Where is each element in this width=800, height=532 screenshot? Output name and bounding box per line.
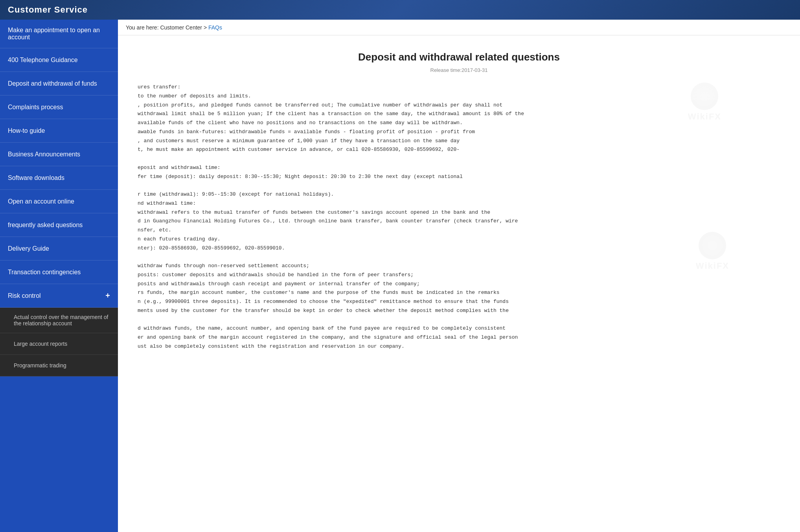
content-title: Deposit and withdrawal related questions	[138, 51, 780, 63]
sidebar-item-label-transaction: Transaction contingencies	[8, 269, 81, 276]
content-date: Release time:2017-03-31	[138, 67, 780, 73]
content-line: t, he must make an appointment with cust…	[138, 145, 780, 154]
content-line: rs funds, the margin account number, the…	[138, 288, 780, 297]
content-line	[138, 181, 780, 190]
content-line: n (e.g., 99900001 three deposits). It is…	[138, 297, 780, 306]
sidebar-subitem-label-programmatic: Programmatic trading	[14, 362, 66, 369]
sidebar-item-label-faqs: frequently asked questions	[8, 222, 83, 229]
sidebar-item-telephone[interactable]: 400 Telephone Guidance	[0, 48, 118, 72]
content-line: nsfer, etc.	[138, 226, 780, 235]
content-line: nd withdrawal time:	[138, 199, 780, 208]
sidebar-item-complaints[interactable]: Complaints process	[0, 95, 118, 119]
sidebar-subitem-label-actual-control: Actual control over the management of th…	[14, 314, 110, 327]
content-line: ust also be completely consistent with t…	[138, 342, 780, 351]
content-line: , position profits, and pledged funds ca…	[138, 101, 780, 110]
content-line: nter): 020-85586930, 020-85599692, 020-8…	[138, 244, 780, 253]
content-line: eposit and withdrawal time:	[138, 163, 780, 172]
header-title: Customer Service	[8, 5, 88, 15]
sidebar-item-faqs[interactable]: frequently asked questions	[0, 213, 118, 237]
breadcrumb-bar: You are here: Customer Center > FAQs	[118, 20, 800, 35]
sidebar-item-label-business: Business Announcements	[8, 151, 80, 158]
sidebar-item-appointment[interactable]: Make an appointment to open an account	[0, 20, 118, 48]
sidebar-item-howto[interactable]: How-to guide	[0, 119, 118, 143]
sidebar-item-label-howto: How-to guide	[8, 127, 45, 134]
content-line: er and opening bank of the margin accoun…	[138, 333, 780, 342]
content-line: available funds of the client who have n…	[138, 119, 780, 128]
content-line: fer time (deposit): daily deposit: 8:30-…	[138, 172, 780, 182]
sidebar-item-software[interactable]: Software downloads	[0, 166, 118, 190]
sidebar-item-label-software: Software downloads	[8, 174, 64, 182]
content-line: d in Guangzhou Financial Holding Futures…	[138, 217, 780, 226]
content-line: withdraw funds through non-reserved sett…	[138, 262, 780, 271]
content-line: r time (withdrawal): 9:05--15:30 (except…	[138, 190, 780, 199]
content-line: d withdraws funds, the name, account num…	[138, 324, 780, 333]
content-body: ures transfer:to the number of deposits …	[138, 83, 780, 351]
sidebar-item-label-openaccount: Open an account online	[8, 198, 74, 205]
content-line: ures transfer:	[138, 83, 780, 92]
sidebar-item-riskcontrol[interactable]: Risk control+	[0, 284, 118, 308]
sidebar-item-deposit[interactable]: Deposit and withdrawal of funds	[0, 72, 118, 95]
sidebar-item-expand-icon-riskcontrol[interactable]: +	[105, 291, 110, 300]
content-line: n each futures trading day.	[138, 235, 780, 244]
sidebar-subitem-programmatic[interactable]: Programmatic trading	[0, 355, 118, 376]
sidebar-item-transaction[interactable]: Transaction contingencies	[0, 260, 118, 284]
sidebar-item-business[interactable]: Business Announcements	[0, 143, 118, 166]
breadcrumb-faqs-link[interactable]: FAQs	[208, 24, 222, 31]
main-content: WikiFX WikiFX Deposit and withdrawal rel…	[118, 35, 800, 532]
content-line: withdrawal limit shall be 5 million yuan…	[138, 110, 780, 119]
sidebar-item-label-delivery: Delivery Guide	[8, 245, 49, 252]
content-line: withdrawal refers to the mutual transfer…	[138, 208, 780, 217]
sidebar-item-label-riskcontrol: Risk control	[8, 292, 41, 299]
header: Customer Service	[0, 0, 800, 20]
sidebar-subitem-actual-control[interactable]: Actual control over the management of th…	[0, 308, 118, 333]
sidebar-item-label-deposit: Deposit and withdrawal of funds	[8, 80, 97, 87]
content-line: to the number of deposits and limits.	[138, 92, 780, 101]
sidebar-item-label-appointment: Make an appointment to open an account	[8, 27, 110, 41]
sidebar-items-container: Make an appointment to open an account40…	[0, 20, 118, 376]
sidebar-item-label-telephone: 400 Telephone Guidance	[8, 57, 78, 64]
sidebar-item-label-complaints: Complaints process	[8, 104, 63, 111]
sidebar-subitem-large-account[interactable]: Large account reports	[0, 333, 118, 355]
sidebar-item-delivery[interactable]: Delivery Guide	[0, 237, 118, 260]
content-line	[138, 253, 780, 262]
content-line	[138, 154, 780, 163]
sidebar-item-openaccount[interactable]: Open an account online	[0, 190, 118, 213]
content-line: posits: customer deposits and withdrawal…	[138, 271, 780, 280]
content-line: , and customers must reserve a minimum g…	[138, 137, 780, 146]
sidebar-subitem-label-large-account: Large account reports	[14, 341, 67, 347]
content-line: awable funds in bank-futures: withdrawab…	[138, 128, 780, 137]
content-line: ments used by the customer for the trans…	[138, 306, 780, 316]
breadcrumb-text: You are here: Customer Center > FAQs	[126, 24, 222, 31]
sidebar: Customer Servi... Make an appointment to…	[0, 0, 118, 532]
content-line: posits and withdrawals through cash rece…	[138, 280, 780, 289]
content-line	[138, 316, 780, 325]
